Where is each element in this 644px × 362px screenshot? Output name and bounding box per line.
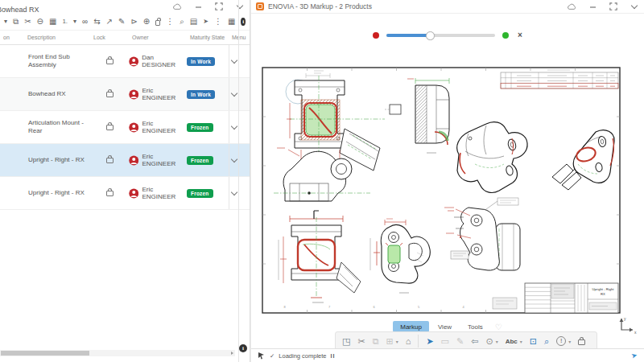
issue-tool-caret-icon[interactable]: ▾ (568, 339, 571, 344)
layers-icon[interactable]: ▤ (190, 18, 197, 26)
row-lock[interactable] (90, 155, 129, 165)
row-lock[interactable] (90, 56, 129, 66)
left-window-title: Bowhead RX (0, 6, 39, 12)
table-icon[interactable]: ▦ (228, 18, 235, 26)
cut-icon[interactable]: ✂ (357, 337, 365, 346)
lock-icon (106, 191, 114, 196)
capture-tool-icon[interactable]: ⊡ (530, 337, 537, 346)
scrollbar-thumb[interactable] (1, 351, 89, 356)
row-lock[interactable] (90, 89, 129, 99)
row-owner: Eric ENGINEER (142, 87, 187, 101)
column-header-owner[interactable]: Owner (129, 35, 187, 40)
more-icon[interactable]: ⋮ (166, 18, 174, 26)
maximize-icon[interactable] (214, 2, 224, 11)
copy-icon[interactable]: ⧉ (13, 18, 19, 26)
magnifier-tool-icon[interactable]: ⌕ (544, 337, 549, 346)
home-icon[interactable]: ⌂ (406, 337, 411, 346)
table-row[interactable]: Front End Sub Assembly Dan DESIGNER In W… (0, 45, 250, 78)
status-badge: Frozen (187, 123, 213, 132)
chevron-down-icon (230, 189, 237, 195)
collapse-chevron-icon[interactable] (630, 2, 639, 11)
cloud-icon[interactable] (172, 2, 182, 11)
compare-icon[interactable]: ⇆ (93, 18, 100, 26)
avatar (129, 89, 138, 100)
collapse-chevron-icon[interactable] (235, 2, 245, 11)
issue-tool-icon[interactable]: ! (556, 336, 566, 346)
minimize-icon[interactable] (193, 2, 203, 11)
copy-icon[interactable]: ⧉ (373, 337, 379, 346)
lock-tool-icon[interactable] (578, 339, 585, 345)
right-window-title: ENOVIA - 3D Markup - 2 Products (268, 2, 372, 10)
table-row[interactable]: Bowhead RX Eric ENGINEER In Work (0, 78, 250, 111)
column-header-truncated[interactable]: on (0, 35, 24, 40)
slider-close-icon[interactable]: × (518, 31, 522, 39)
favorite-heart-icon[interactable]: ♡ (495, 323, 502, 331)
status-badge: Frozen (187, 189, 213, 198)
image-grid-icon[interactable]: ▦ (49, 18, 56, 26)
maximize-icon[interactable] (609, 2, 618, 11)
slider-track[interactable] (386, 34, 495, 37)
share-icon[interactable]: ↗ (106, 18, 113, 26)
table-row[interactable]: Articulation Mount - Rear Eric ENGINEER … (0, 111, 250, 144)
minimize-icon[interactable] (588, 2, 597, 11)
table-row[interactable]: Upright - Right - RX Eric ENGINEER Froze… (0, 177, 250, 210)
row-menu-chevron[interactable] (229, 177, 238, 209)
globe-icon[interactable]: ⊖ (37, 18, 43, 26)
paste-icon[interactable]: ⊞ (386, 337, 393, 346)
slider-handle[interactable] (426, 31, 435, 40)
cut-icon[interactable]: ✂ (24, 18, 31, 26)
arrow-back-icon[interactable]: ⇦ (471, 337, 478, 346)
row-menu-chevron[interactable] (229, 111, 238, 143)
column-header-menu[interactable]: Menu (229, 35, 238, 40)
select-arrow-icon[interactable]: ➤ (203, 18, 208, 26)
status-badge: In Work (187, 90, 215, 99)
pause-icon[interactable]: II (331, 353, 336, 359)
column-header-maturity[interactable]: Maturity State (187, 35, 229, 40)
rectangle-tool-icon[interactable]: ▭ (441, 337, 449, 346)
row-menu-chevron[interactable] (229, 45, 238, 77)
more-2-icon[interactable]: ⋮ (214, 18, 222, 26)
scroll-right-arrow[interactable] (231, 352, 233, 355)
panel-info-icon[interactable]: i (239, 344, 247, 352)
dropdown-caret-icon[interactable]: ▾ (4, 18, 7, 26)
paste-caret-icon[interactable]: ▾ (396, 339, 398, 344)
numbering-caret-icon[interactable]: ▾ (73, 18, 76, 26)
table-row-selected[interactable]: Upright - Right - RX Eric ENGINEER Froze… (0, 144, 250, 177)
row-description: Front End Sub Assembly (24, 53, 90, 69)
horizontal-scrollbar[interactable] (0, 350, 235, 356)
markup-compare-slider: × (251, 31, 644, 39)
cloud-icon[interactable] (567, 2, 576, 11)
circle-tool-caret-icon[interactable]: ▾ (496, 339, 498, 344)
circle-tool-icon[interactable]: ⊙ (485, 337, 493, 346)
text-tool-caret-icon[interactable]: ▾ (520, 339, 522, 344)
select-stamp-icon[interactable]: ◳ (342, 337, 350, 346)
tab-markup[interactable]: Markup (393, 321, 429, 332)
tab-view[interactable]: View (431, 321, 459, 332)
lock-icon (106, 59, 114, 64)
attach-icon[interactable]: ✎ (118, 18, 125, 26)
assign-icon[interactable]: ⊕ (143, 18, 150, 26)
row-lock[interactable] (90, 122, 129, 132)
lock-icon[interactable] (155, 20, 160, 26)
row-menu-chevron[interactable] (229, 78, 238, 110)
numbering-icon[interactable]: 1. (62, 18, 68, 26)
row-lock[interactable] (90, 188, 129, 198)
drawing-canvas[interactable]: 8 7 6 5 4 3 2 1 (258, 51, 628, 317)
note-tool-icon[interactable]: ✎ (456, 337, 464, 346)
search-icon[interactable]: ⌕ (180, 18, 184, 26)
markup-pointer-icon[interactable]: ➤ (426, 337, 433, 346)
avatar (129, 56, 138, 67)
row-menu-chevron[interactable] (229, 144, 238, 176)
import-icon[interactable]: ⊳ (130, 18, 137, 26)
link-icon[interactable]: ∞ (82, 18, 88, 26)
markup-viewer-window: ENOVIA - 3D Markup - 2 Products × (251, 0, 644, 362)
revision-table (501, 70, 618, 88)
tab-tools[interactable]: Tools (460, 321, 490, 332)
column-header-lock[interactable]: Lock (90, 35, 129, 40)
column-header-description[interactable]: Description (24, 35, 90, 40)
status-blue-arrow-icon[interactable]: ➤ (630, 351, 638, 360)
text-tool-icon[interactable]: Abc (506, 337, 518, 346)
toolbar-separator (418, 335, 419, 348)
info-icon[interactable]: i (241, 18, 246, 26)
enovia-app-icon (256, 2, 264, 10)
